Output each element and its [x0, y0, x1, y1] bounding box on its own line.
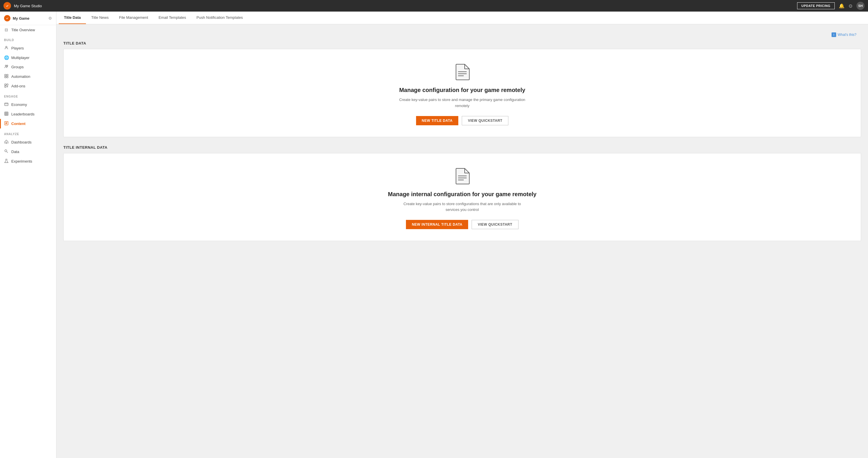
page-content: i What's this? TITLE DATA Manage configu [56, 24, 868, 458]
multiplayer-icon: 🌐 [4, 55, 9, 60]
svg-rect-13 [5, 112, 8, 116]
sidebar-label-automation: Automation [11, 74, 30, 79]
gear-icon[interactable]: ⚙ [48, 16, 52, 21]
title-data-desc: Create key-value pairs to store and mana… [399, 97, 526, 109]
title-data-section-label: TITLE DATA [63, 41, 861, 45]
tab-email-templates[interactable]: Email Templates [153, 11, 191, 24]
addons-icon [4, 84, 9, 89]
svg-point-4 [7, 65, 8, 66]
sidebar-item-multiplayer[interactable]: 🌐 Multiplayer [0, 53, 56, 62]
data-icon [4, 149, 9, 154]
engage-section-label: ENGAGE [0, 91, 56, 100]
svg-point-0 [5, 4, 9, 8]
sidebar-label-leaderboards: Leaderboards [11, 112, 34, 116]
svg-point-2 [6, 46, 7, 48]
tabs-bar: Title Data Title News File Management Em… [56, 11, 868, 24]
sidebar: My Game ⚙ ⊟ Title Overview BUILD Players… [0, 11, 56, 458]
content-icon [4, 121, 9, 126]
svg-point-1 [5, 17, 9, 20]
leaderboards-icon [4, 112, 9, 117]
svg-rect-6 [7, 74, 8, 76]
tab-file-management[interactable]: File Management [114, 11, 153, 24]
sidebar-label-experiments: Experiments [11, 159, 32, 163]
sidebar-game-name: My Game [13, 16, 30, 21]
economy-icon [4, 102, 9, 107]
sidebar-item-label: Title Overview [11, 28, 35, 32]
sidebar-label-dashboards: Dashboards [11, 140, 32, 144]
svg-rect-15 [6, 142, 7, 144]
sidebar-item-groups[interactable]: Groups [0, 62, 56, 72]
sidebar-item-title-overview[interactable]: ⊟ Title Overview [0, 25, 56, 34]
new-title-data-button[interactable]: NEW TITLE DATA [416, 116, 459, 125]
sidebar-item-data[interactable]: Data [0, 147, 56, 156]
sidebar-label-players: Players [11, 46, 24, 50]
top-bar-right: UPDATE PRICING 🔔 ⊙ SH [797, 2, 865, 10]
svg-rect-10 [7, 84, 8, 85]
whats-this-button[interactable]: i What's this? [832, 32, 857, 37]
dashboards-icon [4, 140, 9, 145]
avatar[interactable]: SH [857, 2, 865, 10]
sidebar-item-players[interactable]: Players [0, 43, 56, 53]
svg-rect-8 [7, 77, 8, 78]
sidebar-item-economy[interactable]: Economy [0, 100, 56, 110]
top-bar-left: My Game Studio [3, 2, 42, 9]
sidebar-item-leaderboards[interactable]: Leaderboards [0, 110, 56, 119]
sidebar-item-addons[interactable]: Add-ons [0, 81, 56, 91]
experiments-icon [4, 159, 9, 164]
tab-push-notification-templates[interactable]: Push Notification Templates [191, 11, 248, 24]
sidebar-item-automation[interactable]: Automation [0, 72, 56, 81]
info-icon: i [832, 32, 836, 37]
svg-rect-7 [5, 77, 6, 78]
tab-title-data[interactable]: Title Data [59, 11, 86, 24]
title-data-actions: NEW TITLE DATA VIEW QUICKSTART [416, 116, 509, 125]
view-quickstart-internal-button[interactable]: VIEW QUICKSTART [472, 220, 518, 229]
overview-icon: ⊟ [4, 28, 9, 32]
view-quickstart-button[interactable]: VIEW QUICKSTART [462, 116, 508, 125]
content-area: Title Data Title News File Management Em… [56, 11, 868, 458]
whats-this-bar: i What's this? [63, 30, 861, 41]
analyze-section-label: ANALYZE [0, 128, 56, 138]
title-internal-data-icon [455, 168, 470, 186]
top-bar: My Game Studio UPDATE PRICING 🔔 ⊙ SH [0, 0, 868, 11]
svg-point-3 [5, 65, 6, 66]
tab-title-news[interactable]: Title News [86, 11, 114, 24]
app-logo [3, 2, 11, 9]
build-section-label: BUILD [0, 34, 56, 43]
title-internal-data-heading: Manage internal configuration for your g… [388, 191, 536, 197]
title-internal-data-desc: Create key-value pairs to store configur… [399, 201, 526, 213]
svg-rect-11 [5, 86, 6, 87]
sidebar-label-economy: Economy [11, 102, 27, 107]
sidebar-header: My Game ⚙ [0, 11, 56, 25]
svg-rect-12 [5, 103, 8, 105]
sidebar-item-content[interactable]: Content [0, 119, 56, 128]
title-data-card: Manage configuration for your game remot… [63, 49, 861, 137]
sidebar-item-dashboards[interactable]: Dashboards [0, 138, 56, 147]
sidebar-label-content: Content [11, 122, 26, 126]
bell-icon[interactable]: 🔔 [839, 3, 844, 9]
sidebar-game: My Game [4, 15, 30, 22]
svg-rect-9 [5, 84, 6, 85]
sidebar-item-experiments[interactable]: Experiments [0, 156, 56, 166]
players-icon [4, 46, 9, 51]
svg-rect-5 [5, 74, 6, 76]
title-internal-data-actions: NEW INTERNAL TITLE DATA VIEW QUICKSTART [406, 220, 518, 229]
sidebar-label-addons: Add-ons [11, 84, 25, 88]
game-icon [4, 15, 10, 22]
sidebar-label-groups: Groups [11, 65, 24, 69]
studio-name: My Game Studio [14, 4, 42, 8]
new-internal-title-data-button[interactable]: NEW INTERNAL TITLE DATA [406, 220, 468, 229]
update-pricing-button[interactable]: UPDATE PRICING [797, 2, 835, 9]
title-internal-data-card: Manage internal configuration for your g… [63, 153, 861, 241]
help-icon[interactable]: ⊙ [848, 3, 852, 9]
title-internal-data-section-label: TITLE INTERNAL DATA [63, 145, 861, 150]
sidebar-label-data: Data [11, 150, 19, 154]
automation-icon [4, 74, 9, 79]
title-data-icon [455, 64, 470, 82]
sidebar-label-multiplayer: Multiplayer [11, 56, 30, 60]
main-layout: My Game ⚙ ⊟ Title Overview BUILD Players… [0, 11, 868, 458]
groups-icon [4, 64, 9, 69]
title-data-heading: Manage configuration for your game remot… [399, 87, 525, 93]
svg-point-16 [5, 150, 7, 152]
